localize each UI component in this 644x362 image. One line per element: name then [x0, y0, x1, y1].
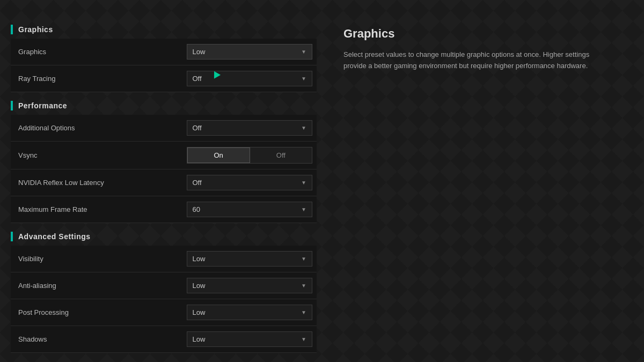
nvidia-reflex-label: NVIDIA Reflex Low Latency	[11, 169, 179, 196]
info-right-panel: Graphics Select preset values to change …	[327, 11, 644, 362]
advanced-section-title: Advanced Settings	[18, 232, 91, 241]
ray-tracing-dropdown[interactable]: Off ▼	[187, 71, 313, 86]
max-frame-rate-dropdown-cell: 60 ▼	[179, 196, 317, 223]
max-frame-rate-label: Maximum Frame Rate	[11, 196, 179, 223]
chevron-down-icon: ▼	[301, 256, 306, 262]
anti-aliasing-value: Low	[193, 282, 206, 290]
anti-aliasing-dropdown-cell: Low ▼	[179, 272, 317, 299]
table-row: Visibility Low ▼	[11, 246, 317, 272]
table-row: Maximum Frame Rate 60 ▼	[11, 196, 317, 223]
advanced-table: Visibility Low ▼ Anti-aliasing Low ▼	[11, 246, 317, 353]
shadows-dropdown-cell: Low ▼	[179, 326, 317, 353]
vsync-off-button[interactable]: Off	[250, 147, 312, 163]
shadows-dropdown[interactable]: Low ▼	[187, 331, 313, 347]
graphics-dropdown-value: Low	[193, 48, 206, 56]
table-row: Anti-aliasing Low ▼	[11, 272, 317, 299]
chevron-down-icon: ▼	[301, 180, 306, 186]
table-row: Ray Tracing Off ▼	[11, 65, 317, 92]
anti-aliasing-label: Anti-aliasing	[11, 272, 179, 299]
chevron-down-icon: ▼	[301, 283, 306, 289]
performance-table: Additional Options Off ▼ Vsync On Off	[11, 115, 317, 223]
visibility-dropdown[interactable]: Low ▼	[187, 251, 313, 267]
table-row: Vsync On Off	[11, 142, 317, 169]
table-row: Post Processing Low ▼	[11, 299, 317, 326]
table-row: NVIDIA Reflex Low Latency Off ▼	[11, 169, 317, 196]
graphics-label: Graphics	[11, 39, 179, 65]
max-frame-rate-dropdown[interactable]: 60 ▼	[187, 202, 313, 217]
visibility-value: Low	[193, 255, 206, 263]
section-bar-performance	[11, 101, 13, 110]
post-processing-dropdown-cell: Low ▼	[179, 299, 317, 326]
graphics-table: Graphics Low ▼ Ray Tracing Off ▼	[11, 39, 317, 92]
chevron-down-icon: ▼	[301, 206, 306, 212]
settings-left-panel: Graphics Graphics Low ▼ Ray Tracing Off …	[0, 11, 327, 362]
post-processing-value: Low	[193, 308, 206, 316]
advanced-section-header: Advanced Settings	[11, 232, 317, 241]
section-bar-advanced	[11, 232, 13, 241]
vsync-on-button[interactable]: On	[187, 147, 250, 163]
vsync-label: Vsync	[11, 142, 179, 169]
ray-tracing-label: Ray Tracing	[11, 65, 179, 92]
info-title: Graphics	[343, 27, 628, 41]
additional-options-value: Off	[193, 124, 202, 132]
additional-options-dropdown[interactable]: Off ▼	[187, 120, 313, 136]
visibility-label: Visibility	[11, 246, 179, 272]
shadows-value: Low	[193, 335, 206, 343]
additional-options-label: Additional Options	[11, 115, 179, 142]
ray-tracing-dropdown-value: Off	[193, 75, 202, 83]
graphics-section-header: Graphics	[11, 25, 317, 34]
chevron-down-icon: ▼	[301, 76, 306, 82]
shadows-label: Shadows	[11, 326, 179, 353]
post-processing-label: Post Processing	[11, 299, 179, 326]
graphics-dropdown[interactable]: Low ▼	[187, 44, 313, 60]
nvidia-reflex-value: Off	[193, 179, 202, 187]
vsync-toggle-cell: On Off	[179, 142, 317, 169]
anti-aliasing-dropdown[interactable]: Low ▼	[187, 278, 313, 293]
max-frame-rate-value: 60	[193, 205, 200, 213]
ray-tracing-dropdown-cell: Off ▼	[179, 65, 317, 92]
table-row: Additional Options Off ▼	[11, 115, 317, 142]
visibility-dropdown-cell: Low ▼	[179, 246, 317, 272]
nvidia-reflex-dropdown-cell: Off ▼	[179, 169, 317, 196]
chevron-down-icon: ▼	[301, 309, 306, 315]
vsync-toggle: On Off	[187, 147, 313, 164]
performance-section-header: Performance	[11, 101, 317, 110]
nvidia-reflex-dropdown[interactable]: Off ▼	[187, 175, 313, 190]
additional-options-dropdown-cell: Off ▼	[179, 115, 317, 142]
table-row: Graphics Low ▼	[11, 39, 317, 65]
performance-section-title: Performance	[18, 101, 67, 110]
info-description: Select preset values to change multiple …	[343, 49, 590, 72]
chevron-down-icon: ▼	[301, 336, 306, 342]
table-row: Shadows Low ▼	[11, 326, 317, 353]
graphics-dropdown-cell: Low ▼	[179, 39, 317, 65]
chevron-down-icon: ▼	[301, 125, 306, 131]
section-bar-graphics	[11, 25, 13, 34]
graphics-section-title: Graphics	[18, 25, 53, 34]
chevron-down-icon: ▼	[301, 49, 306, 55]
post-processing-dropdown[interactable]: Low ▼	[187, 305, 313, 320]
